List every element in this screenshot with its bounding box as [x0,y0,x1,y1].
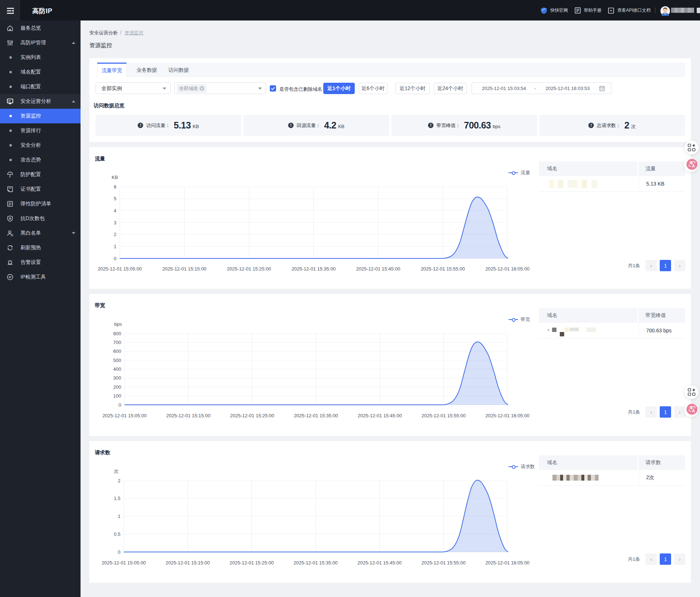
svg-text:2025-12-01 15:45:00: 2025-12-01 15:45:00 [357,560,402,566]
svg-text:6: 6 [114,184,116,190]
svg-text:700: 700 [113,340,121,345]
svg-text:300: 300 [113,375,121,381]
svg-text:400: 400 [113,366,121,372]
svg-text:2: 2 [118,478,120,484]
svg-text:0: 0 [118,549,120,555]
svg-text:2025-12-01 15:25:00: 2025-12-01 15:25:00 [230,413,274,418]
svg-text:2025-12-01 15:25:00: 2025-12-01 15:25:00 [230,560,274,566]
svg-text:2025-12-01 15:15:00: 2025-12-01 15:15:00 [162,266,206,272]
svg-text:次: 次 [114,469,119,474]
svg-text:2025-12-01 16:05:00: 2025-12-01 16:05:00 [485,413,530,418]
svg-text:2025-12-01 15:45:00: 2025-12-01 15:45:00 [356,266,401,272]
svg-text:600: 600 [113,348,121,354]
svg-text:bps: bps [114,321,122,327]
svg-text:2025-12-01 15:15:00: 2025-12-01 15:15:00 [165,560,210,566]
svg-text:500: 500 [113,358,121,363]
svg-text:2025-12-01 15:35:00: 2025-12-01 15:35:00 [294,413,338,418]
svg-text:2025-12-01 15:25:00: 2025-12-01 15:25:00 [227,266,271,272]
svg-text:2025-12-01 15:05:00: 2025-12-01 15:05:00 [102,560,146,566]
svg-text:200: 200 [113,384,121,390]
svg-text:1.5: 1.5 [114,496,120,501]
svg-text:1: 1 [114,244,116,249]
svg-text:0.5: 0.5 [114,531,120,537]
svg-text:2025-12-01 15:55:00: 2025-12-01 15:55:00 [421,560,466,566]
svg-text:5: 5 [114,196,116,201]
svg-text:2: 2 [114,232,116,237]
svg-text:100: 100 [113,393,121,399]
svg-text:0: 0 [119,402,121,408]
svg-text:800: 800 [113,331,121,336]
svg-text:2025-12-01 16:05:00: 2025-12-01 16:05:00 [485,266,530,272]
svg-text:2025-12-01 15:55:00: 2025-12-01 15:55:00 [421,266,465,272]
svg-text:2025-12-01 15:35:00: 2025-12-01 15:35:00 [291,266,336,272]
svg-text:1: 1 [118,514,120,519]
svg-text:IP: IP [9,276,12,279]
svg-text:KB: KB [112,175,118,180]
svg-text:4: 4 [114,208,116,213]
svg-text:2025-12-01 15:35:00: 2025-12-01 15:35:00 [294,560,338,566]
svg-text:2025-12-01 15:55:00: 2025-12-01 15:55:00 [421,413,466,418]
svg-text:0: 0 [114,256,116,261]
svg-text:2025-12-01 16:05:00: 2025-12-01 16:05:00 [485,560,530,566]
svg-text:2025-12-01 15:15:00: 2025-12-01 15:15:00 [166,413,211,418]
svg-text:2025-12-01 15:05:00: 2025-12-01 15:05:00 [98,266,142,272]
svg-text:3: 3 [114,220,116,225]
svg-text:2025-12-01 15:45:00: 2025-12-01 15:45:00 [358,413,402,418]
svg-text:2025-12-01 15:05:00: 2025-12-01 15:05:00 [103,413,147,418]
